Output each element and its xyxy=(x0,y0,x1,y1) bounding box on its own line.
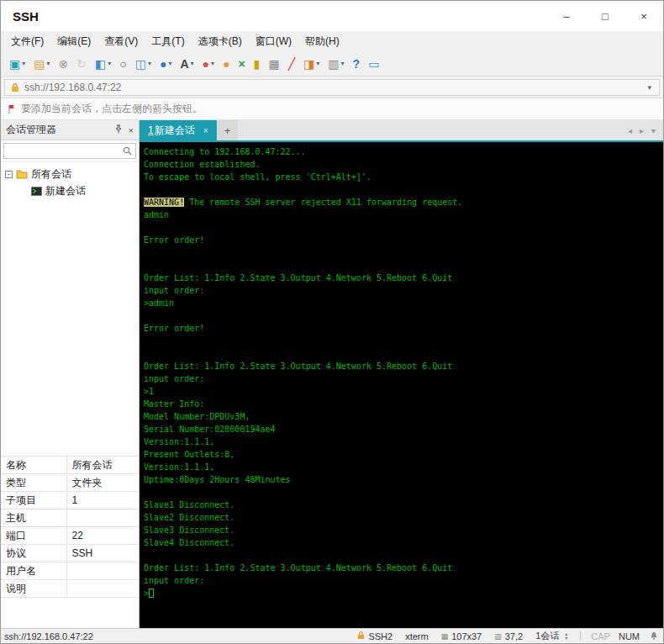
menu-item-5[interactable]: 选项卡(B) xyxy=(192,32,249,51)
session-manager-header: 会话管理器 × xyxy=(1,120,139,140)
terminal-line xyxy=(144,335,660,347)
tree-item-new-session[interactable]: 新建会话 xyxy=(1,182,139,199)
bell-icon[interactable] xyxy=(650,631,658,641)
layout-icon[interactable]: ▥▾ xyxy=(324,54,347,74)
status-session-count[interactable]: 1会话 ▴▾ xyxy=(535,630,567,642)
property-row: 用户名 xyxy=(1,562,139,580)
terminal-line: Connection established. xyxy=(144,158,660,171)
font-icon[interactable]: A▾ xyxy=(177,54,197,74)
terminal-line: >1 xyxy=(144,385,660,398)
dropdown-arrow-icon: ▾ xyxy=(191,60,194,67)
menu-item-6[interactable]: 窗口(W) xyxy=(249,32,298,51)
terminal-line xyxy=(144,347,660,360)
terminal-line: > xyxy=(144,587,660,599)
address-dropdown-icon[interactable]: ▾ xyxy=(646,83,653,92)
duplicate-session-icon[interactable]: ◫▾ xyxy=(132,54,155,74)
help-icon[interactable]: ? xyxy=(350,54,364,74)
search-icon xyxy=(123,146,132,156)
close-button[interactable]: × xyxy=(624,1,663,31)
dropdown-arrow-icon: ▾ xyxy=(211,60,214,67)
status-bar: ssh://192.168.0.47:22 SSH2 xterm ▦ 107x3… xyxy=(1,628,663,643)
tab-new-session[interactable]: 1新建会话 × xyxy=(140,120,217,140)
address-bar: ssh://192.168.0.47:22 ▾ xyxy=(1,77,663,98)
terminal-line: Order List: 1.Info 2.State 3.Output 4.Ne… xyxy=(144,360,660,372)
menu-item-7[interactable]: 帮助(H) xyxy=(298,32,346,51)
feedback-icon[interactable]: ▭ xyxy=(365,54,382,74)
terminal-line: input order: xyxy=(144,372,660,385)
property-label: 类型 xyxy=(1,474,66,492)
session-nav-icon[interactable]: ▴▾ xyxy=(565,632,567,641)
terminal-line: Master Info: xyxy=(144,398,660,410)
terminal-cursor xyxy=(149,589,154,598)
menu-item-2[interactable]: 编辑(E) xyxy=(50,32,97,51)
session-search-input[interactable] xyxy=(3,143,136,159)
find-icon[interactable]: ○ xyxy=(116,54,129,74)
highlight-pen-icon[interactable]: ╱ xyxy=(285,54,298,74)
new-session-icon[interactable]: ▣▾ xyxy=(6,54,29,74)
new-tab-button[interactable]: + xyxy=(218,120,238,140)
property-label: 子项目 xyxy=(1,492,66,509)
tree-item-all-sessions[interactable]: -所有会话 xyxy=(1,166,139,182)
terminal-line: To escape to local shell, press 'Ctrl+Al… xyxy=(144,171,660,183)
property-value: 1 xyxy=(66,492,139,509)
tab-scroll-left-icon[interactable]: ◂ xyxy=(628,126,632,135)
terminal-line: input order: xyxy=(144,284,660,297)
terminal-line xyxy=(144,246,660,259)
menu-item-4[interactable]: 工具(T) xyxy=(145,32,191,51)
property-row: 端口22 xyxy=(1,527,139,545)
pin-icon[interactable] xyxy=(114,124,123,136)
terminal-line: Order List: 1.Info 2.State 3.Output 4.Ne… xyxy=(144,272,660,284)
property-row: 子项目1 xyxy=(1,492,139,509)
menu-item-1[interactable]: 文件(F) xyxy=(4,32,50,51)
address-field[interactable]: ssh://192.168.0.47:22 ▾ xyxy=(4,79,660,96)
dropdown-arrow-icon: ▾ xyxy=(22,60,25,67)
terminal-line: Order List: 1.Info 2.State 3.Output 4.Ne… xyxy=(144,562,660,574)
tab-label: 1新建会话 xyxy=(148,124,195,138)
property-row: 说明 xyxy=(1,580,139,598)
terminal-line: >admin xyxy=(144,297,660,309)
terminal-line xyxy=(144,486,660,499)
num-lock-indicator: NUM xyxy=(619,631,640,641)
window-controls: –□× xyxy=(547,1,663,31)
tab-menu-icon[interactable]: ▾ xyxy=(651,126,656,135)
property-value: SSH xyxy=(66,545,139,562)
minimize-button[interactable]: – xyxy=(547,1,586,31)
session-manager-panel: 会话管理器 × -所有会话新建会话 名称所有会话类型文件夹子项目1主机端口22协… xyxy=(1,120,140,628)
property-row: 主机 xyxy=(1,509,139,527)
terminal-line: Version:1.1.1, xyxy=(144,435,660,448)
terminal-line: Connecting to 192.168.0.47:22... xyxy=(144,145,660,158)
panel-close-icon[interactable]: × xyxy=(129,125,134,135)
session-search xyxy=(1,140,139,162)
terminal-line xyxy=(144,259,660,272)
dropdown-arrow-icon: ▾ xyxy=(46,60,50,67)
transfer-icon[interactable]: ◨▾ xyxy=(300,54,323,74)
session-manager-icon[interactable]: ◧▾ xyxy=(92,54,114,74)
tab-bar: 1新建会话 × + ◂ ▸ ▾ xyxy=(140,120,663,142)
web-browser-icon[interactable]: ●▾ xyxy=(156,54,175,74)
lock-screen-icon[interactable]: ▮ xyxy=(250,54,264,74)
property-value: 22 xyxy=(66,527,139,545)
tab-close-icon[interactable]: × xyxy=(203,126,208,135)
warning-highlight: WARNING! xyxy=(144,198,184,207)
tab-scroll-right-icon[interactable]: ▸ xyxy=(640,126,644,135)
property-label: 说明 xyxy=(1,580,66,598)
cursor-position-icon: ▥ xyxy=(494,632,502,641)
fullscreen-icon[interactable]: × xyxy=(235,54,249,74)
property-label: 用户名 xyxy=(1,562,66,580)
print-icon[interactable]: ▦ xyxy=(265,54,282,74)
session-tree: -所有会话新建会话 xyxy=(1,162,139,456)
terminal[interactable]: Connecting to 192.168.0.47:22...Connecti… xyxy=(140,142,663,628)
disconnect-icon[interactable]: ⊗ xyxy=(55,54,72,74)
maximize-button[interactable]: □ xyxy=(586,1,624,31)
terminal-line: Serial Number:020000194ae4 xyxy=(144,423,660,435)
logging-icon[interactable]: ●▾ xyxy=(199,54,218,74)
capture-icon[interactable]: ● xyxy=(219,54,233,74)
terminal-line: Model Number:DPDUv3M, xyxy=(144,410,660,423)
terminal-line: Uptime:0Days 2Hours 48Minutes xyxy=(144,473,660,486)
open-session-icon[interactable]: ▤▾ xyxy=(30,54,53,74)
collapse-icon[interactable]: - xyxy=(5,171,13,178)
reconnect-icon: ↻ xyxy=(73,54,90,74)
terminal-line: Slave4 Disconnect. xyxy=(144,536,660,549)
properties-table: 名称所有会话类型文件夹子项目1主机端口22协议SSH用户名说明 xyxy=(1,456,139,598)
menu-item-3[interactable]: 查看(V) xyxy=(97,32,145,51)
